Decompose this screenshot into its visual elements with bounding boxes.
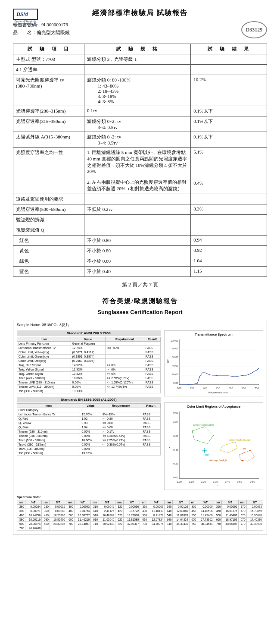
- table-cell: 600: [66, 518, 75, 522]
- table-cell: 14.92%: [71, 363, 105, 368]
- table-cell: [214, 526, 222, 531]
- spec-col: %T: [246, 500, 263, 505]
- table-cell-item: 太陽紫外線 A(315~380nm): [13, 132, 84, 148]
- table-cell: [144, 342, 160, 346]
- table-cell-item: 號誌燈的辨識: [13, 215, 84, 225]
- table-cell: 540: [165, 513, 173, 518]
- svg-text:0.90: 0.90: [173, 412, 178, 414]
- table-cell: Lens Primary Function: [17, 342, 71, 346]
- table-cell: [144, 389, 160, 393]
- svg-marker-43: [240, 450, 255, 461]
- table-cell: [106, 355, 144, 359]
- spec-col: %T: [99, 500, 115, 505]
- table-cell: 38.34541: [197, 522, 214, 526]
- table-cell: PASS: [144, 355, 160, 359]
- table-cell: PASS: [144, 380, 160, 385]
- svg-text:500: 500: [229, 387, 233, 390]
- table-cell: 610: [91, 518, 99, 522]
- table-cell-item: 視覺衰減值 Q: [13, 225, 84, 236]
- table-cell: 0.93: [80, 421, 101, 425]
- spec-col: %T: [148, 500, 165, 505]
- svg-text:750: 750: [255, 387, 259, 390]
- table-cell: 8%~19%: [101, 412, 141, 417]
- cert-container: Sample Name: 3818/POL 3反片 Standard: ANSI…: [13, 319, 267, 534]
- svg-text:20.00: 20.00: [172, 373, 179, 376]
- cert-body: Standard: ANSI Z80.3:2008 Item Value Req…: [17, 330, 263, 493]
- spec-col: nm: [214, 500, 222, 505]
- table-cell: [101, 447, 141, 451]
- table-cell: PASS: [144, 359, 160, 363]
- spectrum-table: nm %T nm %T nm %T nm %T nm %T nm %T nm %…: [17, 500, 263, 531]
- page-number: 第 2 頁／共 7 頁: [13, 281, 267, 289]
- svg-text:Average Daylight: Average Daylight: [209, 459, 227, 462]
- ansi-col-req: Requirement: [106, 337, 144, 342]
- table-cell-item: 主型式 型號：7703: [13, 54, 84, 65]
- table-cell-item: 光譜穿透率(500~650nm): [13, 204, 84, 215]
- table-cell: [91, 526, 99, 531]
- svg-text:Yellow Traffic Signal: Yellow Traffic Signal: [229, 439, 250, 441]
- table-cell: 440: [165, 509, 173, 513]
- table-cell: [106, 350, 144, 355]
- table-cell: <= 1.69%(0.125Tv): [106, 380, 144, 385]
- table-cell: 700: [66, 522, 75, 526]
- table-row: Tsuv (315 - 380nm) 0.00%: [17, 447, 161, 451]
- svg-text:350: 350: [190, 387, 195, 390]
- table-cell-item: 藍色: [13, 267, 84, 277]
- table-cell: 36.38431: [173, 522, 189, 526]
- en-col-result: Result: [141, 404, 161, 408]
- table-cell: 550: [189, 513, 197, 518]
- table-cell: PASS: [144, 372, 160, 376]
- table-cell: 560: [214, 513, 222, 518]
- table-cell: 780: [17, 526, 25, 531]
- table-cell: 16.48302: [99, 513, 115, 518]
- table-cell: Tmean UVA (315 - 380nm): [17, 385, 71, 389]
- table-cell: [101, 451, 141, 456]
- table-cell: 18.97192: [222, 518, 238, 522]
- table-cell: 0.00248: [50, 509, 66, 513]
- table-cell: PASS: [144, 368, 160, 372]
- table-cell: Tsb (380 - 500nm): [17, 451, 80, 456]
- table-cell-spec: [84, 194, 190, 204]
- table-cell: <= 6.38%(0.5Tv): [101, 434, 141, 438]
- table-cell: [99, 526, 115, 531]
- spectrum-section: Spectrum Data: nm %T nm %T nm %T nm %T n…: [17, 495, 263, 531]
- table-cell: 12.74%: [71, 346, 105, 350]
- table-cell: 690: [42, 522, 50, 526]
- table-cell: 16.05727: [75, 513, 91, 518]
- table-row: Tmean (280 - 315nm) 0.00% >= 0.1Tv PASS: [17, 430, 161, 434]
- table-row: 太陽紫外線 A(315~380nm) 濾鏡分類 0~2: τv 3~4: 0.5…: [13, 132, 267, 148]
- table-row: Tmean UVB (280 - 315nm) 0.00% <= 1.69%(0…: [17, 380, 161, 385]
- svg-text:300: 300: [177, 387, 182, 390]
- table-cell-spec: 不低於 0.2τv: [84, 204, 190, 215]
- table-cell: PASS: [141, 434, 161, 438]
- svg-text:x: x: [218, 484, 219, 487]
- table-cell: 11.40403: [222, 513, 238, 518]
- table-cell: 480: [17, 513, 25, 518]
- table-cell: 8.71878: [148, 513, 165, 518]
- cert-title: Sunglasses Certification Report: [13, 309, 267, 315]
- cert-right: Transmittance Spectrum 0.00 20.00 40.00 …: [164, 330, 263, 493]
- table-cell: 640: [165, 518, 173, 522]
- spec-col: nm: [140, 500, 148, 505]
- table-cell-spec: 濾鏡分類 0: 80~100% 1: 43~80% 2: 18~43% 3: 8…: [84, 75, 190, 106]
- table-cell: 530: [140, 513, 148, 518]
- table-row: 可見光光照度穿透率 τv(380~780nm) 濾鏡分類 0: 80~100% …: [13, 75, 267, 106]
- table-cell: Tmean (316 - 380nm): [17, 434, 80, 438]
- table-cell: >= 0.80: [101, 417, 141, 421]
- table-cell: [197, 526, 214, 531]
- header: BSM Bureau of Standards,Metrology & Insp…: [13, 9, 267, 18]
- table-cell: 360: [214, 505, 222, 509]
- en-block: Standard: EN 1836:2005 (A1:2007) Item Va…: [17, 397, 161, 456]
- color-limit-chart-title: Color Limit Regions of Acceptance: [166, 405, 261, 408]
- table-cell: 760: [214, 522, 222, 526]
- spec-col: %T: [25, 500, 41, 505]
- table-cell: 490: [42, 513, 50, 518]
- table-cell: >= 8%: [106, 363, 144, 368]
- table-cell: Tmin (500 - 650nm): [17, 438, 80, 443]
- table-row: 視覺衰減值 Q: [13, 225, 267, 236]
- table-cell: 16.01376: [222, 509, 238, 513]
- svg-text:y: y: [168, 447, 170, 448]
- table-cell: Tmin (475 - 650nm): [17, 376, 71, 380]
- table-cell: 3: [80, 408, 101, 412]
- table-row: 黃色 不小於 0.80 0.92: [13, 246, 267, 256]
